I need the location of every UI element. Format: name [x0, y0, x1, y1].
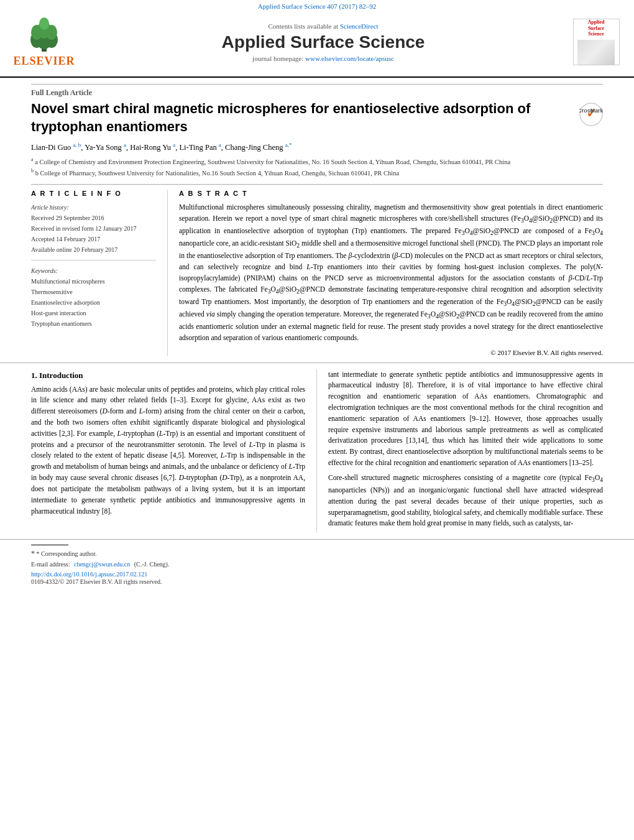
- page: Applied Surface Science 407 (2017) 82–92…: [0, 0, 634, 840]
- article-info-col: A R T I C L E I N F O Article history: R…: [31, 190, 168, 356]
- journal-logo-box: AppliedSurfaceScience: [573, 19, 620, 65]
- email-label: E-mail address:: [31, 561, 70, 568]
- intro-para2: tant intermediate to generate synthetic …: [328, 369, 603, 469]
- keywords-block: Keywords: Multifunctional microspheres T…: [31, 265, 156, 329]
- intro-para1: Amino acids (AAs) are basic molecular un…: [31, 384, 305, 517]
- article-info-title: A R T I C L E I N F O: [31, 190, 156, 197]
- footer-issn: 0169-4332/© 2017 Elsevier B.V. All right…: [31, 578, 603, 585]
- abstract-col: A B S T R A C T Multifunctional microsph…: [168, 190, 603, 356]
- asterisk-icon: *: [31, 549, 35, 558]
- available-date: Available online 20 February 2017: [31, 244, 156, 255]
- doi-link[interactable]: http://dx.doi.org/10.1016/j.apsusc.2017.…: [31, 571, 147, 578]
- main-body: 1. Introduction Amino acids (AAs) are ba…: [0, 362, 634, 533]
- email-suffix: (C.-J. Cheng).: [134, 561, 170, 568]
- keyword-4: Host-guest interaction: [31, 308, 156, 318]
- authors-line: Lian-Di Guo a, b, Ya-Ya Song a, Hai-Rong…: [31, 142, 603, 152]
- body-right-col: tant intermediate to generate synthetic …: [317, 369, 603, 533]
- keyword-1: Multifunctional microspheres: [31, 276, 156, 287]
- footer-corresponding: * * Corresponding author.: [31, 548, 603, 560]
- journal-title-block: Contents lists available at ScienceDirec…: [78, 22, 568, 62]
- footer-email: E-mail address: chengcj@swun.edu.cn (C.-…: [31, 560, 603, 570]
- article-title-text: Novel smart chiral magnetic microspheres…: [31, 100, 573, 136]
- svg-point-7: [39, 17, 49, 30]
- abstract-title: A B S T R A C T: [179, 190, 603, 197]
- abstract-copyright: © 2017 Elsevier B.V. All rights reserved…: [179, 349, 603, 356]
- journal-title: Applied Surface Science: [91, 32, 556, 52]
- elsevier-logo: ELSEVIER: [10, 11, 78, 73]
- logo-title-text: AppliedSurfaceScience: [587, 19, 604, 37]
- email-link[interactable]: chengcj@swun.edu.cn: [74, 561, 130, 568]
- keywords-label: Keywords:: [31, 265, 156, 276]
- article-title-block: Novel smart chiral magnetic microspheres…: [31, 100, 603, 136]
- history-label: Article history:: [31, 202, 156, 213]
- contents-line: Contents lists available at ScienceDirec…: [91, 22, 556, 30]
- corresponding-label: * Corresponding author.: [37, 550, 97, 557]
- article-type-label: Full Length Article: [31, 84, 603, 98]
- sciencedirect-link[interactable]: ScienceDirect: [340, 22, 379, 30]
- keyword-3: Enantioselective adsorption: [31, 297, 156, 308]
- crossmark-icon: ✓ Cross Mark: [579, 103, 603, 126]
- intro-para3: Core-shell structured magnetic microsphe…: [328, 473, 603, 529]
- affiliation-block: a a College of Chemistry and Environment…: [31, 156, 603, 178]
- received-date: Received 29 September 2016: [31, 213, 156, 223]
- article-info-abstract: A R T I C L E I N F O Article history: R…: [31, 184, 603, 356]
- keyword-5: Tryptophan enantiomers: [31, 318, 156, 329]
- journal-top-bar: Applied Surface Science 407 (2017) 82–92: [0, 0, 634, 11]
- affiliation-b: b b College of Pharmacy, Southwest Unive…: [31, 167, 603, 178]
- footer-divider: [31, 545, 68, 545]
- accepted-date: Accepted 14 February 2017: [31, 234, 156, 244]
- journal-logo-right: AppliedSurfaceScience: [568, 19, 624, 65]
- abstract-text: Multifunctional microspheres simultaneou…: [179, 202, 603, 344]
- received-revised-date: Received in revised form 12 January 2017: [31, 223, 156, 234]
- keyword-2: Thermosensitive: [31, 287, 156, 297]
- header-main: ELSEVIER Contents lists available at Sci…: [0, 11, 634, 73]
- elsevier-tree-icon: [19, 16, 69, 53]
- body-left-col: 1. Introduction Amino acids (AAs) are ba…: [31, 369, 317, 533]
- affiliation-a: a a College of Chemistry and Environment…: [31, 156, 603, 167]
- footer-doi[interactable]: http://dx.doi.org/10.1016/j.apsusc.2017.…: [31, 571, 603, 578]
- logo-image: [577, 40, 615, 65]
- svg-text:Mark: Mark: [590, 108, 603, 114]
- article-history: Article history: Received 29 September 2…: [31, 202, 156, 261]
- journal-header: Applied Surface Science 407 (2017) 82–92…: [0, 0, 634, 78]
- article-section: Full Length Article Novel smart chiral m…: [0, 78, 634, 356]
- intro-heading: 1. Introduction: [31, 371, 305, 381]
- footer-block: * * Corresponding author. E-mail address…: [0, 539, 634, 588]
- top-ref-text: Applied Surface Science 407 (2017) 82–92: [258, 2, 376, 10]
- elsevier-name: ELSEVIER: [13, 55, 75, 68]
- journal-homepage: journal homepage: www.elsevier.com/locat…: [91, 55, 556, 62]
- homepage-url[interactable]: www.elsevier.com/locate/apsusc: [305, 55, 394, 62]
